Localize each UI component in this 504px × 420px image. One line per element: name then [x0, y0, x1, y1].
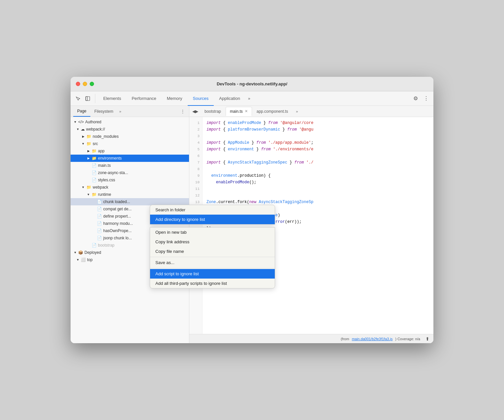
file-icon: 📄 — [97, 221, 102, 226]
maximize-button[interactable] — [90, 82, 94, 86]
code-tabs: ◀▶ bootstrap main.ts ✕ app.component.ts … — [189, 106, 433, 117]
ctx-open-new-tab[interactable]: Open in new tab — [150, 227, 275, 237]
cloud-icon: ☁ — [81, 127, 85, 132]
code-line-2: import { platformBrowserDynamic } from '… — [206, 126, 429, 133]
code-line-1: import { enableProdMode } from '@angular… — [206, 120, 429, 126]
frame-icon: ⬜ — [81, 257, 86, 262]
ctx-separator — [150, 257, 275, 257]
tree-item-main-ts[interactable]: ▶ 📄 main.ts — [71, 162, 189, 169]
dock-icon-button[interactable] — [83, 94, 92, 103]
line-num-5: 5 — [189, 146, 202, 153]
authored-icon: </> — [78, 120, 84, 124]
tree-item-zone[interactable]: ▶ 📄 zone-async-sta... — [71, 169, 189, 176]
context-menu-container: Search in folder Add directory to ignore… — [150, 205, 275, 288]
tree-item-webpack[interactable]: ▼ ☁ webpack:// — [71, 126, 189, 133]
line-num-8: 8 — [189, 166, 202, 172]
tree-item-app[interactable]: ▶ 📁 app — [71, 147, 189, 155]
tree-item-chunk-loaded[interactable]: ▶ 📄 chunk loaded... — [71, 198, 189, 205]
file-icon: 📄 — [91, 163, 97, 168]
code-line-9: environment.production) { — [206, 172, 429, 179]
line-num-2: 2 — [189, 126, 202, 133]
file-icon: 📄 — [97, 214, 102, 219]
window-title: DevTools - ng-devtools.netlify.app/ — [217, 81, 287, 86]
file-icon: 📄 — [91, 243, 97, 248]
code-tab-bootstrap[interactable]: bootstrap — [201, 107, 225, 116]
folder-icon: 📁 — [91, 192, 97, 197]
main-toolbar: Elements Performance Memory Sources Appl… — [71, 91, 433, 106]
tree-item-node-modules[interactable]: ▶ 📁 node_modules — [71, 133, 189, 140]
file-icon: 📄 — [97, 228, 102, 233]
file-icon: 📄 — [91, 177, 97, 183]
nav-tabs: Elements Performance Memory Sources Appl… — [98, 91, 411, 105]
toolbar-right: ⚙ ⋮ — [411, 94, 431, 103]
folder-icon: 📁 — [91, 148, 97, 154]
panel-menu-button[interactable]: ⋮ — [179, 108, 186, 115]
minimize-button[interactable] — [83, 82, 87, 86]
code-tab-app-component[interactable]: app.component.ts — [253, 107, 292, 116]
folder-icon: 📁 — [86, 141, 91, 146]
ctx-add-directory-ignore[interactable]: Add directory to ignore list — [150, 215, 275, 224]
code-line-5: import { environment } from './environme… — [206, 146, 429, 153]
ctx-add-script-ignore[interactable]: Add script to ignore list — [150, 269, 275, 279]
tree-item-styles-css[interactable]: ▶ 📄 styles.css — [71, 176, 189, 184]
tab-filesystem[interactable]: Filesystem — [90, 106, 117, 117]
code-line-4: import { AppModule } from './app/app.mod… — [206, 139, 429, 146]
tab-sources[interactable]: Sources — [188, 92, 214, 106]
expand-icon[interactable]: ⬆ — [425, 336, 429, 342]
folder-icon: 📁 — [86, 185, 91, 190]
panel-tabs-more[interactable]: » — [117, 109, 123, 113]
expand-arrow: ▼ — [81, 185, 85, 189]
line-num-1: 1 — [189, 120, 202, 126]
nav-tabs-more[interactable]: » — [245, 91, 253, 105]
code-tabs-more[interactable]: » — [294, 109, 300, 113]
file-icon: 📄 — [91, 170, 97, 175]
folder-icon: 📁 — [86, 134, 91, 139]
tab-page[interactable]: Page — [73, 106, 90, 117]
line-num-9: 9 — [189, 172, 202, 179]
main-area: Page Filesystem » ⋮ ▼ </> Authored ▼ — [71, 106, 433, 343]
context-menu-top: Search in folder Add directory to ignore… — [150, 205, 275, 225]
expand-arrow: ▼ — [76, 258, 80, 262]
tree-item-authored[interactable]: ▼ </> Authored — [71, 118, 189, 126]
deployed-icon: 📦 — [78, 250, 83, 255]
code-line-6 — [206, 153, 429, 159]
line-num-6: 6 — [189, 153, 202, 159]
more-options-button[interactable]: ⋮ — [422, 94, 431, 103]
line-num-3: 3 — [189, 133, 202, 139]
settings-button[interactable]: ⚙ — [411, 94, 420, 103]
ctx-save-as[interactable]: Save as... — [150, 258, 275, 267]
expand-arrow: ▶ — [86, 149, 90, 153]
ctx-copy-link[interactable]: Copy link address — [150, 237, 275, 247]
code-tab-main-ts[interactable]: main.ts ✕ — [226, 107, 252, 116]
tab-navigation[interactable]: ◀▶ — [192, 108, 199, 115]
close-tab-button[interactable]: ✕ — [245, 109, 248, 113]
line-num-4: 4 — [189, 139, 202, 146]
folder-icon: 📁 — [91, 156, 97, 161]
tab-performance[interactable]: Performance — [126, 92, 161, 106]
context-menu-bottom: Open in new tab Copy link address Copy f… — [150, 227, 275, 288]
code-line-12 — [206, 192, 429, 199]
expand-arrow: ▶ — [86, 156, 90, 160]
tab-application[interactable]: Application — [214, 92, 245, 106]
tree-item-runtime[interactable]: ▼ 📁 runtime — [71, 191, 189, 198]
code-line-3 — [206, 133, 429, 139]
left-panel: Page Filesystem » ⋮ ▼ </> Authored ▼ — [71, 106, 189, 343]
code-line-13: Zone.current.fork(new AsyncStackTaggingZ… — [206, 199, 429, 205]
ctx-copy-filename[interactable]: Copy file name — [150, 247, 275, 256]
tree-item-environments[interactable]: ▶ 📁 environments — [71, 155, 189, 162]
line-num-7: 7 — [189, 159, 202, 166]
tree-item-webpack-folder[interactable]: ▼ 📁 webpack — [71, 184, 189, 191]
expand-arrow: ▼ — [86, 193, 90, 196]
tree-item-src[interactable]: ▼ 📁 src — [71, 140, 189, 147]
cursor-icon-button[interactable] — [73, 94, 82, 103]
coverage-link[interactable]: main.da001/b2fe3f1fa3.js — [352, 337, 393, 341]
expand-arrow: ▶ — [81, 135, 85, 138]
expand-arrow: ▼ — [73, 251, 77, 255]
line-num-13: 13 — [189, 199, 202, 205]
ctx-search-in-folder[interactable]: Search in folder — [150, 205, 275, 215]
tab-memory[interactable]: Memory — [162, 92, 188, 106]
devtools-window: DevTools - ng-devtools.netlify.app/ Elem… — [71, 77, 433, 343]
tab-elements[interactable]: Elements — [98, 92, 126, 106]
close-button[interactable] — [76, 82, 80, 86]
ctx-add-all-third-party[interactable]: Add all third-party scripts to ignore li… — [150, 279, 275, 288]
